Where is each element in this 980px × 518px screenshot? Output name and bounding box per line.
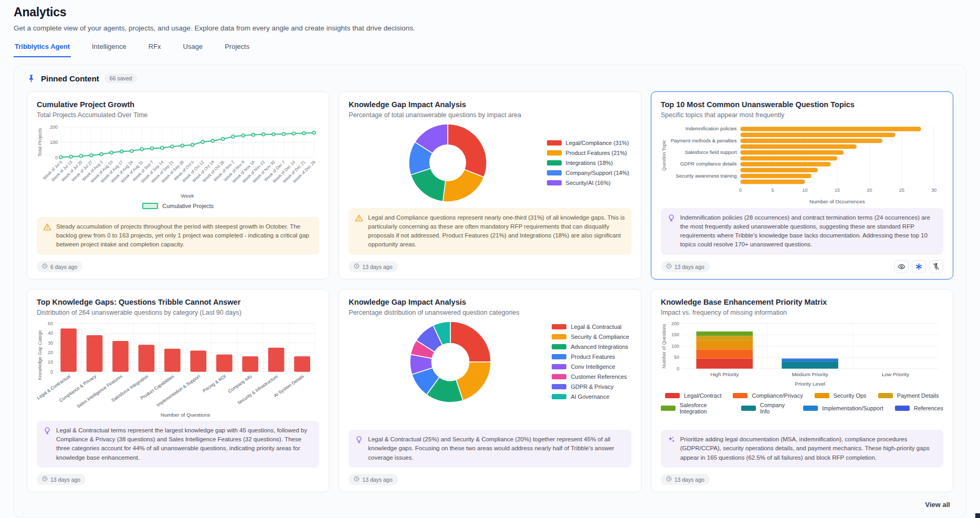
bar[interactable] (740, 156, 837, 160)
stack-segment[interactable] (696, 340, 753, 349)
data-point[interactable] (241, 134, 245, 137)
data-point[interactable] (140, 148, 143, 151)
bar[interactable] (740, 174, 811, 178)
data-point[interactable] (302, 132, 305, 135)
data-point[interactable] (262, 133, 265, 136)
card-note: Prioritize adding legal documentation (M… (661, 430, 943, 468)
stack-segment[interactable] (696, 336, 753, 340)
clock-icon (666, 476, 672, 483)
svg-text:Medium Priority: Medium Priority (792, 371, 828, 377)
stack-segment[interactable] (696, 358, 753, 368)
legend-swatch (665, 393, 680, 398)
bar[interactable] (294, 356, 310, 371)
data-point[interactable] (312, 131, 315, 134)
legend-swatch (815, 393, 829, 398)
pie-slice[interactable] (448, 124, 487, 177)
data-point[interactable] (231, 135, 235, 138)
lightbulb-icon (355, 436, 363, 444)
bar[interactable] (740, 144, 856, 149)
bar[interactable] (87, 335, 103, 371)
bar[interactable] (740, 150, 844, 154)
stack-segment[interactable] (782, 358, 838, 359)
svg-text:Knowledge Gap Catego: Knowledge Gap Catego (37, 330, 43, 380)
data-point[interactable] (292, 132, 296, 135)
view-all-row: View all (27, 492, 953, 512)
view-all-button[interactable]: View all (925, 501, 950, 509)
card-subtitle: Impact vs. frequency of missing informat… (661, 309, 943, 316)
data-point[interactable] (171, 145, 174, 148)
timestamp-pill: 13 days ago (661, 474, 710, 485)
bar[interactable] (740, 162, 830, 166)
data-point[interactable] (100, 152, 103, 156)
warning-icon (43, 223, 51, 231)
card-note: Legal and Compliance questions represent… (349, 208, 631, 255)
svg-text:25: 25 (899, 188, 904, 193)
data-point[interactable] (191, 143, 194, 147)
legend-label: Customer References (571, 374, 627, 380)
card-title: Cumulative Project Growth (37, 100, 319, 109)
bar[interactable] (740, 180, 805, 184)
bar[interactable] (740, 139, 882, 143)
stack-segment[interactable] (782, 359, 838, 361)
bar[interactable] (60, 328, 77, 372)
legend-item: Company Info (741, 402, 792, 415)
card-title: Knowledge Gap Impact Analysis (349, 298, 631, 306)
bar[interactable] (740, 127, 921, 131)
data-point[interactable] (272, 133, 275, 136)
legend-swatch (552, 374, 566, 379)
bar[interactable] (112, 340, 129, 371)
bar[interactable] (191, 350, 207, 371)
svg-text:Pricing & ROI: Pricing & ROI (202, 374, 227, 393)
data-point[interactable] (201, 140, 204, 143)
svg-text:0: 0 (55, 155, 58, 160)
chart-legend: Legal/ContractCompliance/PrivacySecurity… (661, 392, 943, 415)
data-point[interactable] (110, 151, 113, 154)
data-point[interactable] (69, 155, 72, 158)
data-point[interactable] (130, 149, 133, 152)
data-point[interactable] (181, 144, 184, 147)
bar[interactable] (740, 132, 895, 137)
legend-swatch (661, 406, 676, 411)
data-point[interactable] (282, 132, 285, 136)
legend-swatch (895, 406, 910, 411)
tab-projects[interactable]: Projects (224, 40, 250, 57)
tab-rfx[interactable]: RFx (147, 40, 162, 57)
bar[interactable] (740, 168, 818, 172)
bar[interactable] (242, 356, 258, 371)
stack-segment[interactable] (696, 349, 753, 358)
unpin-button[interactable] (929, 260, 943, 273)
lightbulb-icon (43, 427, 51, 435)
data-point[interactable] (161, 147, 164, 150)
svg-text:50: 50 (48, 320, 53, 326)
insights-button[interactable] (912, 260, 926, 273)
tab-tribblytics-agent[interactable]: Tribblytics Agent (14, 40, 71, 57)
svg-text:30: 30 (48, 340, 53, 345)
legend-swatch (552, 364, 566, 369)
stacked-bar-chart: 050100150200High PriorityMedium Priority… (661, 320, 943, 415)
data-point[interactable] (59, 156, 62, 159)
data-point[interactable] (222, 138, 225, 141)
timestamp-text: 13 days ago (362, 264, 392, 270)
bar[interactable] (139, 345, 155, 371)
legend-item: Product Features (21%) (547, 150, 629, 156)
bar[interactable] (216, 354, 233, 371)
data-point[interactable] (90, 154, 93, 157)
legend-item: Legal/Compliance (31%) (547, 140, 629, 146)
legend-swatch (547, 160, 562, 165)
bar[interactable] (164, 348, 181, 371)
stack-segment[interactable] (696, 331, 753, 336)
pie-slice[interactable] (450, 321, 491, 361)
data-point[interactable] (211, 139, 214, 142)
stack-segment[interactable] (782, 361, 838, 368)
tab-usage[interactable]: Usage (182, 40, 204, 57)
tab-intelligence[interactable]: Intelligence (91, 40, 128, 57)
data-point[interactable] (252, 133, 255, 136)
donut-chart: Legal/Compliance (31%)Product Features (… (349, 123, 631, 203)
data-point[interactable] (79, 154, 82, 158)
card-subtitle: Specific topics that appear most frequen… (661, 111, 943, 119)
data-point[interactable] (151, 147, 154, 150)
legend-item: Conv Intelligence (552, 364, 629, 370)
bar[interactable] (268, 347, 284, 371)
data-point[interactable] (120, 150, 123, 153)
eye-button[interactable] (894, 260, 909, 273)
